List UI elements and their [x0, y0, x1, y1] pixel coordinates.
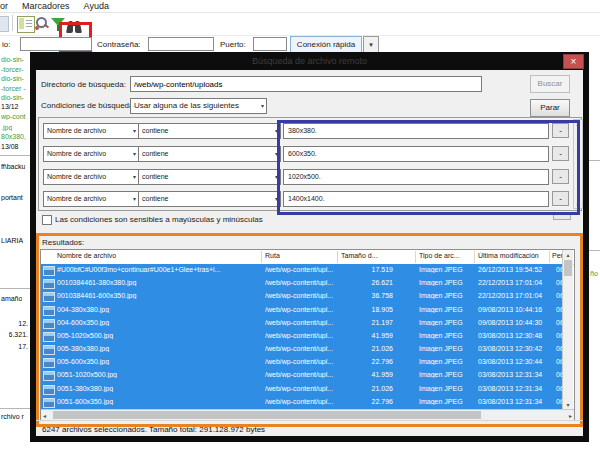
- table-row[interactable]: 004-380x380.jpg /web/wp-content/upl... 1…: [41, 304, 562, 317]
- remove-condition-button[interactable]: -: [552, 146, 569, 161]
- column-header-type[interactable]: Tipo de arc...: [419, 252, 460, 259]
- menu-item[interactable]: Marcadores: [22, 1, 70, 11]
- results-vertical-scrollbar[interactable]: ▴ ▾: [562, 250, 573, 409]
- scroll-up-icon[interactable]: ▴: [574, 120, 582, 127]
- column-divider[interactable]: [549, 251, 550, 263]
- results-horizontal-scrollbar[interactable]: ◂ ▸: [41, 409, 574, 420]
- image-file-icon: [43, 292, 55, 302]
- condition-field-select[interactable]: Nombre de archivo ▾: [43, 191, 139, 207]
- column-divider[interactable]: [261, 251, 262, 263]
- menu-item[interactable]: Ayuda: [84, 1, 109, 11]
- condition-operator-select[interactable]: contiene ▾: [138, 146, 281, 162]
- cell-type: Imagen JPEG: [419, 345, 475, 352]
- directory-comparison-icon[interactable]: [34, 16, 50, 31]
- cell-filename: 005-600x350.jpg: [57, 358, 259, 365]
- port-input[interactable]: [253, 37, 287, 51]
- scroll-down-icon[interactable]: ▾: [574, 201, 582, 208]
- condition-operator-value: contiene: [142, 150, 168, 157]
- background-left-panel: dio-sin--torcer-dio-sin--torcer -dio-sin…: [0, 0, 32, 451]
- scroll-up-icon[interactable]: ▴: [563, 251, 573, 258]
- table-row[interactable]: 004-600x350.jpg /web/wp-content/upl... 2…: [41, 317, 562, 330]
- background-divider: [0, 155, 31, 156]
- cell-size: 41.959: [337, 332, 393, 339]
- toolbar-partial-icon[interactable]: [0, 16, 9, 32]
- chevron-down-icon: ▾: [275, 192, 278, 206]
- cell-size: 21.026: [337, 385, 393, 392]
- condition-field-select[interactable]: Nombre de archivo ▾: [43, 169, 139, 185]
- background-text-fragment: 13/08: [1, 143, 19, 150]
- cell-modified: 22/12/2013 17:01:04: [478, 292, 554, 299]
- status-divider: [36, 420, 583, 421]
- table-row[interactable]: 0010384461-380x380.jpg /web/wp-content/u…: [41, 277, 562, 290]
- scroll-left-icon[interactable]: ◂: [43, 412, 46, 419]
- background-divider: [589, 160, 600, 161]
- case-sensitive-checkbox[interactable]: [42, 215, 52, 225]
- background-divider: [589, 250, 600, 251]
- condition-operator-select[interactable]: contiene ▾: [138, 169, 281, 185]
- cell-path: /web/wp-content/upl...: [265, 279, 343, 286]
- image-file-icon: [43, 306, 55, 316]
- cell-size: 18.905: [337, 306, 393, 313]
- host-input[interactable]: [20, 37, 92, 51]
- table-row[interactable]: 005-380x380.jpg /web/wp-content/upl... 2…: [41, 343, 562, 356]
- condition-value-input[interactable]: 1020x500.: [283, 169, 549, 185]
- remove-condition-button[interactable]: -: [552, 169, 569, 184]
- stop-button[interactable]: Parar: [530, 99, 570, 117]
- filezilla-window: dio-sin--torcer-dio-sin--torcer -dio-sin…: [0, 0, 600, 451]
- column-header-modified[interactable]: Última modificación: [478, 252, 539, 259]
- conditions-scrollbar[interactable]: ▴ ▾: [573, 119, 583, 209]
- table-row[interactable]: 005-1020x500.jpg /web/wp-content/upl... …: [41, 330, 562, 343]
- condition-field-select[interactable]: Nombre de archivo ▾: [43, 146, 139, 162]
- table-row[interactable]: 0051-600x350.jpg /web/wp-content/upl... …: [41, 396, 562, 409]
- search-button[interactable]: Buscar: [530, 75, 570, 93]
- table-row[interactable]: #U00bfC#U00f3mo+continuar#U00e1+Glee+tra…: [41, 264, 562, 277]
- column-header-filename[interactable]: Nombre de archivo: [57, 252, 116, 259]
- condition-value-input[interactable]: 380x380.: [283, 123, 549, 139]
- background-text-fragment: ño: [590, 270, 598, 277]
- queue-panel-icon[interactable]: [17, 16, 35, 33]
- chevron-down-icon: ▾: [261, 99, 264, 113]
- cell-type: Imagen JPEG: [419, 319, 475, 326]
- table-row[interactable]: 0051-380x380.jpg /web/wp-content/upl... …: [41, 383, 562, 396]
- condition-operator-select[interactable]: contiene ▾: [138, 123, 281, 139]
- cell-filename: 005-380x380.jpg: [57, 345, 259, 352]
- column-divider[interactable]: [415, 251, 416, 263]
- password-input[interactable]: [148, 37, 214, 51]
- background-text-fragment: dio-sin-: [1, 56, 24, 63]
- scrollbar-thumb[interactable]: [564, 260, 572, 276]
- column-divider[interactable]: [474, 251, 475, 263]
- table-row[interactable]: 0051-1020x500.jpg /web/wp-content/upl...…: [41, 369, 562, 382]
- password-label: Contraseña:: [97, 40, 141, 49]
- add-condition-button-partial[interactable]: [553, 212, 571, 220]
- column-header-size[interactable]: Tamaño d...: [341, 252, 378, 259]
- search-directory-label: Directorio de búsqueda:: [41, 80, 126, 89]
- toolbar-separator: [12, 15, 13, 31]
- scroll-down-icon[interactable]: ▾: [563, 401, 573, 408]
- remove-condition-button[interactable]: -: [552, 191, 569, 206]
- background-text-fragment: 6.321.: [9, 331, 28, 338]
- remove-condition-button[interactable]: -: [552, 123, 569, 138]
- cell-filename: 0051-1020x500.jpg: [57, 371, 259, 378]
- condition-value-input[interactable]: 600x350.: [283, 146, 549, 162]
- match-mode-select[interactable]: Usar alguna de las siguientes ▾: [130, 98, 267, 114]
- condition-value-input[interactable]: 1400x1400.: [283, 191, 549, 207]
- background-text-fragment: wp-cont: [1, 113, 26, 120]
- menu-item[interactable]: or: [0, 1, 8, 11]
- cell-path: /web/wp-content/upl...: [265, 306, 343, 313]
- table-row[interactable]: 0010384461-600x350.jpg /web/wp-content/u…: [41, 290, 562, 303]
- condition-operator-select[interactable]: contiene ▾: [138, 191, 281, 207]
- column-header-path[interactable]: Ruta: [265, 252, 280, 259]
- image-file-icon: [43, 398, 55, 408]
- scroll-right-icon[interactable]: ▸: [569, 412, 572, 419]
- image-file-icon: [43, 371, 55, 381]
- condition-operator-value: contiene: [142, 173, 168, 180]
- cell-modified: 09/08/2013 10:44:30: [478, 319, 554, 326]
- scrollbar-thumb[interactable]: [53, 411, 481, 419]
- table-row[interactable]: 005-600x350.jpg /web/wp-content/upl... 2…: [41, 356, 562, 369]
- condition-field-select[interactable]: Nombre de archivo ▾: [43, 123, 139, 139]
- search-condition-row: Nombre de archivo ▾ contiene ▾ 1020x500.…: [39, 169, 581, 186]
- close-icon[interactable]: ×: [563, 54, 584, 69]
- column-divider[interactable]: [337, 251, 338, 263]
- search-directory-input[interactable]: [130, 76, 482, 92]
- search-conditions-label: Condiciones de búsqueda:: [41, 101, 136, 110]
